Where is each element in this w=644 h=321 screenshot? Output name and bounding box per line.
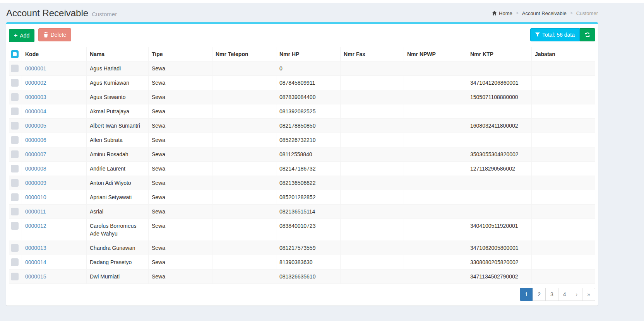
row-checkbox[interactable] — [11, 179, 19, 187]
cell-nama: Albert Iwan Sumantri — [87, 119, 149, 133]
row-checkbox[interactable] — [11, 273, 19, 280]
cell-npwp — [404, 76, 467, 90]
select-all-cell — [9, 47, 22, 61]
page-button-1[interactable]: 1 — [520, 288, 533, 301]
kode-link[interactable]: 0000009 — [25, 180, 46, 186]
select-all-checkbox[interactable] — [11, 50, 19, 58]
refresh-button[interactable] — [580, 28, 595, 41]
cell-hp: 087839084400 — [276, 90, 341, 104]
row-checkbox[interactable] — [11, 193, 19, 201]
kode-link[interactable]: 0000002 — [25, 80, 46, 86]
cell-telepon — [212, 61, 276, 76]
row-checkbox[interactable] — [11, 222, 19, 230]
cell-tipe: Sewa — [149, 61, 212, 76]
row-checkbox-cell — [9, 162, 22, 176]
row-checkbox[interactable] — [11, 108, 19, 115]
cell-nama: Apriani Setyawati — [87, 190, 149, 205]
kode-link[interactable]: 0000005 — [25, 123, 46, 129]
cell-telepon — [212, 219, 276, 241]
page-button-3[interactable]: 3 — [545, 288, 558, 301]
row-checkbox[interactable] — [11, 65, 19, 72]
cell-npwp — [404, 162, 467, 176]
cell-hp: 082147186732 — [276, 162, 341, 176]
next-page-button[interactable]: › — [571, 288, 583, 301]
cell-kode: 0000013 — [22, 241, 87, 255]
kode-link[interactable]: 0000008 — [25, 166, 46, 172]
row-checkbox-cell — [9, 241, 22, 255]
page-button-2[interactable]: 2 — [533, 288, 546, 301]
row-checkbox[interactable] — [11, 122, 19, 130]
cell-ktp: 3308080205820002 — [467, 255, 532, 270]
customer-table: KodeNamaTipeNmr TeleponNmr HPNmr FaxNmr … — [9, 47, 595, 284]
page-subtitle: Customer — [92, 11, 117, 17]
kode-link[interactable]: 0000006 — [25, 137, 46, 143]
page-title: Account ReceivableCustomer — [6, 8, 117, 19]
total-filter-button[interactable]: Total: 56 data — [530, 28, 580, 41]
kode-link[interactable]: 0000003 — [25, 94, 46, 100]
toolbar: + Add Delete Total: 56 data — [9, 28, 595, 42]
row-checkbox-cell — [9, 104, 22, 119]
row-checkbox[interactable] — [11, 244, 19, 252]
row-checkbox-cell — [9, 76, 22, 90]
cell-nama: Alfen Subrata — [87, 133, 149, 147]
column-header-jabatan: Jabatan — [532, 47, 595, 61]
kode-link[interactable]: 0000015 — [25, 273, 46, 280]
cell-ktp: 3404100511920001 — [467, 219, 532, 241]
cell-hp: 81390383630 — [276, 255, 341, 270]
row-checkbox[interactable] — [11, 150, 19, 158]
cell-tipe: Sewa — [149, 241, 212, 255]
kode-link[interactable]: 0000010 — [25, 194, 46, 200]
last-page-button[interactable]: » — [582, 288, 595, 301]
cell-jabatan — [532, 61, 595, 76]
cell-nama: Chandra Gunawan — [87, 241, 149, 255]
toolbar-left: + Add Delete — [9, 28, 71, 42]
kode-link[interactable]: 0000013 — [25, 245, 46, 251]
cell-ktp — [467, 61, 532, 76]
cell-npwp — [404, 219, 467, 241]
refresh-icon — [585, 32, 590, 38]
kode-link[interactable]: 0000011 — [25, 208, 46, 215]
cell-npwp — [404, 205, 467, 219]
cell-kode: 0000011 — [22, 205, 87, 219]
cell-nama: Aminu Rosadah — [87, 147, 149, 162]
cell-ktp: 3471041206860001 — [467, 76, 532, 90]
row-checkbox[interactable] — [11, 165, 19, 172]
breadcrumb-home-link[interactable]: Home — [492, 10, 512, 16]
row-checkbox[interactable] — [11, 208, 19, 215]
page-button-4[interactable]: 4 — [558, 288, 571, 301]
cell-fax — [341, 90, 404, 104]
cell-hp: 082178850850 — [276, 119, 341, 133]
row-checkbox[interactable] — [11, 93, 19, 101]
cell-tipe: Sewa — [149, 255, 212, 270]
cell-npwp — [404, 133, 467, 147]
cell-tipe: Sewa — [149, 76, 212, 90]
row-checkbox[interactable] — [11, 136, 19, 144]
column-header-nmr-telepon: Nmr Telepon — [212, 47, 276, 61]
kode-link[interactable]: 0000014 — [25, 259, 46, 265]
cell-nama: Agus Siswanto — [87, 90, 149, 104]
cell-fax — [341, 270, 404, 284]
kode-link[interactable]: 0000004 — [25, 108, 46, 114]
add-button[interactable]: + Add — [9, 29, 34, 42]
cell-hp: 081217573559 — [276, 241, 341, 255]
cell-ktp — [467, 190, 532, 205]
content-header: Account ReceivableCustomer Home > Accoun… — [6, 3, 598, 22]
table-row: 0000015Dwi MurniatiSewa08132663561034711… — [9, 270, 595, 284]
breadcrumb-separator: > — [516, 10, 519, 16]
table-row: 0000011AsrialSewa082136515114 — [9, 205, 595, 219]
cell-tipe: Sewa — [149, 133, 212, 147]
kode-link[interactable]: 0000007 — [25, 151, 46, 157]
kode-link[interactable]: 0000001 — [25, 65, 46, 72]
row-checkbox[interactable] — [11, 258, 19, 266]
kode-link[interactable]: 0000012 — [25, 223, 46, 229]
cell-hp: 082136515114 — [276, 205, 341, 219]
cell-fax — [341, 162, 404, 176]
cell-npwp — [404, 270, 467, 284]
row-checkbox-cell — [9, 147, 22, 162]
cell-tipe: Sewa — [149, 176, 212, 190]
breadcrumb-section-link[interactable]: Account Receivable — [522, 10, 567, 16]
delete-button[interactable]: Delete — [38, 28, 71, 41]
row-checkbox[interactable] — [11, 79, 19, 87]
cell-ktp: 1608032411800002 — [467, 119, 532, 133]
cell-jabatan — [532, 241, 595, 255]
